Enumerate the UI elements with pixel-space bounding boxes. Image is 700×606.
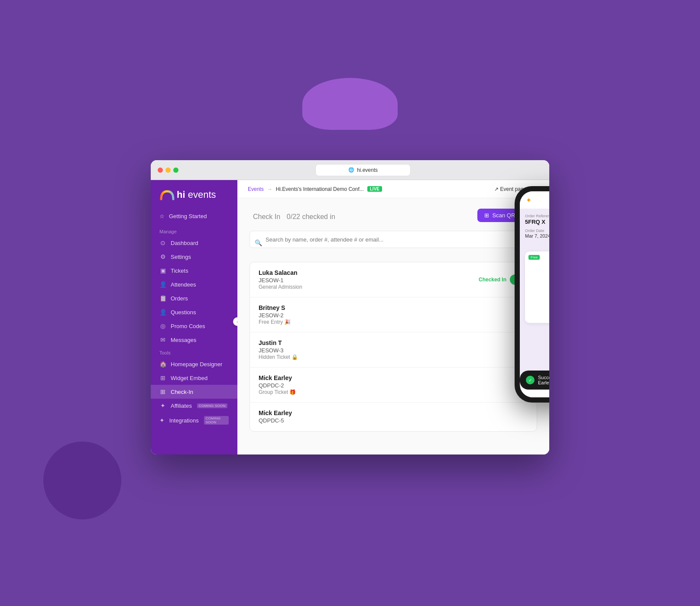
logo-label: hi events (177, 189, 216, 200)
address-bar[interactable]: 🌐 hi.events (315, 164, 411, 176)
sidebar-item-messages[interactable]: ✉ Messages (151, 333, 237, 347)
attendee-name: Luka Salacan (259, 269, 479, 276)
sidebar-item-tickets[interactable]: ▣ Tickets (151, 264, 237, 277)
attendee-info: Mick Earley QDPDC-2 Group Ticket 🎁 (259, 374, 528, 395)
sidebar-item-homepage-designer[interactable]: 🏠 Homepage Designer (151, 357, 237, 371)
sidebar-item-getting-started[interactable]: ☆ Getting Started (151, 210, 237, 223)
browser-window: 🌐 hi.events (151, 160, 549, 455)
table-row[interactable]: Britney S JESOW-2 Free Entry 🎉 (250, 297, 537, 332)
sidebar-item-dashboard[interactable]: ⊙ Dashboard (151, 236, 237, 250)
live-badge: LIVE (367, 186, 382, 192)
sidebar-label-attendees: Attendees (171, 281, 196, 288)
sidebar-item-attendees[interactable]: 👤 Attendees (151, 277, 237, 291)
ticket-ref: 5FRQ X-1 (529, 306, 549, 311)
sidebar-label-dashboard: Dashboard (171, 240, 198, 246)
table-row[interactable]: Mick Earley QDPDC-5 (250, 403, 537, 431)
phone-content: Order Reference 5FRQ X Order Date Mar 7,… (520, 209, 549, 388)
close-dot[interactable] (158, 168, 163, 173)
tools-section-label: Tools (151, 347, 237, 357)
order-ref-label: Order Reference (525, 214, 549, 218)
dashboard-icon: ⊙ (159, 239, 166, 246)
getting-started-label: Getting Started (169, 213, 207, 219)
table-row[interactable]: Luka Salacan JESOW-1 General Admission C… (250, 262, 537, 297)
sidebar-label-messages: Messages (171, 337, 196, 343)
questions-icon: 👤 (159, 309, 166, 316)
maximize-dot[interactable] (173, 168, 178, 173)
attendee-ticket-type: Group Ticket 🎁 (259, 389, 528, 395)
attendee-list: Luka Salacan JESOW-1 General Admission C… (250, 262, 537, 432)
star-icon: ☆ (159, 213, 165, 219)
attendee-id: QDPDC-5 (259, 417, 528, 424)
phone-star-icon: ✦ (526, 196, 531, 204)
attendee-id: JESOW-2 (259, 312, 528, 319)
phone-top-bar: ✦ ✕ (520, 191, 549, 209)
attendee-name: Mick Earley (259, 374, 528, 381)
app-layout: hi events ☆ Getting Started Manage ⊙ Das… (151, 180, 549, 455)
sidebar-item-integrations[interactable]: ✦ Integrations COMING SOON (151, 413, 237, 428)
homepage-icon: 🏠 (159, 361, 166, 367)
table-row[interactable]: Mick Earley QDPDC-2 Group Ticket 🎁 (250, 367, 537, 403)
widget-icon: ⊞ (159, 374, 166, 381)
sidebar-item-check-in[interactable]: ⊞ Check-In (151, 385, 237, 399)
affiliates-coming-soon: COMING SOON (197, 403, 227, 408)
phone-mockup: ✦ ✕ Order Reference 5FRQ X Order Date Ma… (515, 186, 549, 403)
table-row[interactable]: Justin T JESOW-3 Hidden Ticket 🔒 (250, 332, 537, 367)
globe-icon: 🌐 (348, 167, 354, 173)
page-title-row: Check In 0/22 checked in ⊞ Scan QR Code (250, 209, 537, 222)
sidebar-item-promo-codes[interactable]: ◎ Promo Codes (151, 319, 237, 333)
external-link-icon: ↗ (494, 186, 499, 192)
attendee-info: Britney S JESOW-2 Free Entry 🎉 (259, 304, 528, 325)
ticket-card: Free (525, 251, 549, 323)
order-ref-value: 5FRQ X (525, 219, 549, 225)
attendee-name: Britney S (259, 304, 528, 311)
tickets-icon: ▣ (159, 267, 166, 274)
sidebar-label-check-in: Check-In (171, 389, 193, 395)
attendee-id: QDPDC-2 (259, 382, 528, 389)
sidebar-label-tickets: Tickets (171, 268, 188, 274)
attendee-name: Mick Earley (259, 409, 528, 416)
url-text: hi.events (357, 167, 378, 173)
sidebar-wrapper: hi events ☆ Getting Started Manage ⊙ Das… (151, 180, 237, 455)
promo-icon: ◎ (159, 322, 166, 329)
ticket-actions: 🖨 Print 🔗 Copy Link (529, 314, 549, 319)
sidebar-item-questions[interactable]: 👤 Questions (151, 305, 237, 319)
attendee-id: JESOW-1 (259, 277, 479, 284)
attendees-icon: 👤 (159, 281, 166, 288)
breadcrumb-separator: → (267, 186, 272, 192)
sidebar-label-widget-embed: Widget Embed (171, 375, 207, 381)
sidebar-label-integrations: Integrations (169, 417, 199, 424)
attendee-info: Luka Salacan JESOW-1 General Admission (259, 269, 479, 290)
toast-check-icon: ✓ (526, 376, 535, 384)
minimize-dot[interactable] (165, 168, 171, 173)
sidebar-label-questions: Questions (171, 309, 196, 316)
affiliates-icon: ✦ (159, 402, 166, 409)
logo: hi events (159, 189, 229, 201)
logo-area: hi events (151, 189, 237, 210)
sidebar-item-orders[interactable]: 📋 Orders (151, 291, 237, 305)
attendee-info: Justin T JESOW-3 Hidden Ticket 🔒 (259, 339, 528, 360)
phone-screen: ✦ ✕ Order Reference 5FRQ X Order Date Ma… (520, 191, 549, 397)
attendee-ticket-type: General Admission (259, 284, 479, 290)
attendee-id: JESOW-3 (259, 347, 528, 354)
toast-message: Successfully checked Gerry Earley in (538, 375, 549, 385)
sidebar-item-widget-embed[interactable]: ⊞ Widget Embed (151, 371, 237, 385)
sidebar-label-settings: Settings (171, 254, 191, 260)
sidebar-item-affiliates[interactable]: ✦ Affiliates COMING SOON (151, 399, 237, 413)
sidebar-label-affiliates: Affiliates (171, 403, 192, 409)
sidebar-label-promo-codes: Promo Codes (171, 323, 205, 329)
integrations-coming-soon: COMING SOON (204, 416, 229, 425)
search-input[interactable] (250, 231, 537, 248)
browser-chrome: 🌐 hi.events (151, 160, 549, 180)
breadcrumb-current-event: Hi.Events's International Demo Conf... (276, 186, 364, 192)
sidebar-item-settings[interactable]: ⚙ Settings (151, 250, 237, 264)
attendee-info: Mick Earley QDPDC-5 (259, 409, 528, 424)
success-toast: ✓ Successfully checked Gerry Earley in ✕ (520, 371, 549, 390)
attendee-name: Justin T (259, 339, 528, 346)
sidebar: hi events ☆ Getting Started Manage ⊙ Das… (151, 180, 237, 455)
search-icon: 🔍 (255, 239, 262, 246)
logo-icon (159, 189, 175, 201)
window-controls (158, 168, 178, 173)
qr-icon: ⊞ (484, 212, 489, 219)
breadcrumb-bar: Events → Hi.Events's International Demo … (237, 180, 549, 198)
breadcrumb-events[interactable]: Events (248, 186, 264, 192)
